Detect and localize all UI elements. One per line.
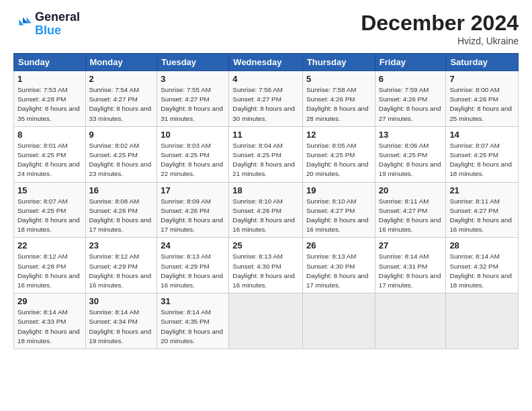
day-cell: 3Sunrise: 7:55 AM Sunset: 4:27 PM Daylig…	[157, 71, 229, 127]
day-number: 5	[306, 74, 371, 84]
day-info: Sunrise: 8:14 AM Sunset: 4:32 PM Dayligh…	[449, 252, 515, 290]
day-number: 15	[17, 185, 82, 195]
week-row-4: 22Sunrise: 8:12 AM Sunset: 4:28 PM Dayli…	[14, 238, 519, 293]
day-number: 27	[379, 240, 443, 250]
day-number: 13	[379, 130, 443, 140]
day-number: 4	[232, 74, 299, 84]
day-cell: 27Sunrise: 8:14 AM Sunset: 4:31 PM Dayli…	[375, 238, 446, 293]
day-info: Sunrise: 8:03 AM Sunset: 4:25 PM Dayligh…	[161, 141, 225, 179]
day-info: Sunrise: 8:14 AM Sunset: 4:35 PM Dayligh…	[161, 308, 225, 346]
weekday-header-friday: Friday	[375, 54, 446, 71]
day-cell: 9Sunrise: 8:02 AM Sunset: 4:25 PM Daylig…	[85, 126, 157, 182]
day-cell: 22Sunrise: 8:12 AM Sunset: 4:28 PM Dayli…	[14, 238, 86, 293]
logo-icon	[13, 15, 32, 34]
day-cell: 10Sunrise: 8:03 AM Sunset: 4:25 PM Dayli…	[157, 126, 229, 182]
day-cell: 18Sunrise: 8:10 AM Sunset: 4:26 PM Dayli…	[229, 182, 303, 238]
weekday-header-tuesday: Tuesday	[157, 54, 229, 71]
day-cell: 8Sunrise: 8:01 AM Sunset: 4:25 PM Daylig…	[14, 126, 86, 182]
day-cell: 7Sunrise: 8:00 AM Sunset: 4:26 PM Daylig…	[446, 71, 519, 127]
day-cell: 31Sunrise: 8:14 AM Sunset: 4:35 PM Dayli…	[157, 293, 229, 349]
day-number: 24	[161, 240, 225, 250]
weekday-header-row: SundayMondayTuesdayWednesdayThursdayFrid…	[14, 54, 519, 71]
day-number: 19	[306, 185, 371, 195]
day-info: Sunrise: 7:55 AM Sunset: 4:27 PM Dayligh…	[161, 85, 225, 124]
day-cell: 2Sunrise: 7:54 AM Sunset: 4:27 PM Daylig…	[85, 71, 157, 127]
day-number: 3	[161, 74, 225, 84]
day-number: 21	[449, 185, 515, 195]
day-cell: 29Sunrise: 8:14 AM Sunset: 4:33 PM Dayli…	[14, 293, 86, 349]
day-cell: 16Sunrise: 8:08 AM Sunset: 4:26 PM Dayli…	[85, 182, 157, 238]
day-info: Sunrise: 8:04 AM Sunset: 4:25 PM Dayligh…	[232, 141, 299, 179]
day-number: 31	[161, 296, 225, 306]
day-cell: 5Sunrise: 7:58 AM Sunset: 4:26 PM Daylig…	[302, 71, 375, 127]
day-number: 6	[379, 74, 443, 84]
day-cell	[375, 293, 446, 349]
day-cell: 28Sunrise: 8:14 AM Sunset: 4:32 PM Dayli…	[446, 238, 519, 293]
day-info: Sunrise: 7:58 AM Sunset: 4:26 PM Dayligh…	[306, 85, 371, 124]
day-info: Sunrise: 7:53 AM Sunset: 4:28 PM Dayligh…	[17, 85, 82, 124]
day-number: 26	[306, 240, 371, 250]
day-cell: 20Sunrise: 8:11 AM Sunset: 4:27 PM Dayli…	[375, 182, 446, 238]
day-number: 14	[449, 130, 515, 140]
day-cell	[229, 293, 303, 349]
day-cell: 12Sunrise: 8:05 AM Sunset: 4:25 PM Dayli…	[302, 126, 375, 182]
day-info: Sunrise: 8:07 AM Sunset: 4:25 PM Dayligh…	[449, 141, 515, 179]
weekday-header-monday: Monday	[85, 54, 157, 71]
logo-line1: General	[35, 11, 80, 24]
day-number: 25	[232, 240, 299, 250]
day-info: Sunrise: 8:00 AM Sunset: 4:26 PM Dayligh…	[449, 85, 515, 124]
day-cell: 4Sunrise: 7:56 AM Sunset: 4:27 PM Daylig…	[229, 71, 303, 127]
week-row-5: 29Sunrise: 8:14 AM Sunset: 4:33 PM Dayli…	[14, 293, 519, 349]
day-number: 17	[161, 185, 225, 195]
week-row-2: 8Sunrise: 8:01 AM Sunset: 4:25 PM Daylig…	[14, 126, 519, 182]
weekday-header-saturday: Saturday	[446, 54, 519, 71]
day-info: Sunrise: 8:09 AM Sunset: 4:26 PM Dayligh…	[161, 197, 225, 235]
month-title: December 2024	[361, 11, 519, 36]
weekday-header-wednesday: Wednesday	[229, 54, 303, 71]
day-cell: 11Sunrise: 8:04 AM Sunset: 4:25 PM Dayli…	[229, 126, 303, 182]
day-number: 20	[379, 185, 443, 195]
day-info: Sunrise: 8:14 AM Sunset: 4:31 PM Dayligh…	[379, 252, 443, 290]
day-cell: 14Sunrise: 8:07 AM Sunset: 4:25 PM Dayli…	[446, 126, 519, 182]
day-number: 28	[449, 240, 515, 250]
day-number: 23	[89, 240, 154, 250]
day-info: Sunrise: 8:12 AM Sunset: 4:28 PM Dayligh…	[17, 252, 82, 290]
day-cell: 15Sunrise: 8:07 AM Sunset: 4:25 PM Dayli…	[14, 182, 86, 238]
day-number: 8	[17, 130, 82, 140]
day-info: Sunrise: 8:14 AM Sunset: 4:34 PM Dayligh…	[89, 308, 154, 346]
day-cell: 21Sunrise: 8:11 AM Sunset: 4:27 PM Dayli…	[446, 182, 519, 238]
day-info: Sunrise: 7:56 AM Sunset: 4:27 PM Dayligh…	[232, 85, 299, 124]
day-info: Sunrise: 8:12 AM Sunset: 4:29 PM Dayligh…	[89, 252, 154, 290]
day-number: 12	[306, 130, 371, 140]
day-number: 9	[89, 130, 154, 140]
day-info: Sunrise: 8:10 AM Sunset: 4:27 PM Dayligh…	[306, 197, 371, 235]
day-info: Sunrise: 8:07 AM Sunset: 4:25 PM Dayligh…	[17, 197, 82, 235]
day-number: 29	[17, 296, 82, 306]
header: General Blue December 2024 Hvizd, Ukrain…	[13, 11, 519, 46]
logo-text: General Blue	[35, 11, 80, 38]
day-info: Sunrise: 8:02 AM Sunset: 4:25 PM Dayligh…	[89, 141, 154, 179]
page: General Blue December 2024 Hvizd, Ukrain…	[0, 0, 532, 411]
week-row-3: 15Sunrise: 8:07 AM Sunset: 4:25 PM Dayli…	[14, 182, 519, 238]
week-row-1: 1Sunrise: 7:53 AM Sunset: 4:28 PM Daylig…	[14, 71, 519, 127]
day-number: 16	[89, 185, 154, 195]
day-info: Sunrise: 8:13 AM Sunset: 4:29 PM Dayligh…	[161, 252, 225, 290]
day-cell	[302, 293, 375, 349]
day-info: Sunrise: 8:08 AM Sunset: 4:26 PM Dayligh…	[89, 197, 154, 235]
day-number: 10	[161, 130, 225, 140]
day-info: Sunrise: 8:14 AM Sunset: 4:33 PM Dayligh…	[17, 308, 82, 346]
day-cell: 25Sunrise: 8:13 AM Sunset: 4:30 PM Dayli…	[229, 238, 303, 293]
day-info: Sunrise: 8:13 AM Sunset: 4:30 PM Dayligh…	[232, 252, 299, 290]
day-info: Sunrise: 7:54 AM Sunset: 4:27 PM Dayligh…	[89, 85, 154, 124]
day-number: 2	[89, 74, 154, 84]
weekday-header-thursday: Thursday	[302, 54, 375, 71]
day-number: 30	[89, 296, 154, 306]
day-info: Sunrise: 8:11 AM Sunset: 4:27 PM Dayligh…	[449, 197, 515, 235]
day-number: 7	[449, 74, 515, 84]
day-cell: 13Sunrise: 8:06 AM Sunset: 4:25 PM Dayli…	[375, 126, 446, 182]
day-info: Sunrise: 7:59 AM Sunset: 4:26 PM Dayligh…	[379, 85, 443, 124]
day-cell: 24Sunrise: 8:13 AM Sunset: 4:29 PM Dayli…	[157, 238, 229, 293]
day-info: Sunrise: 8:11 AM Sunset: 4:27 PM Dayligh…	[379, 197, 443, 235]
logo-line2: Blue	[35, 24, 80, 38]
svg-marker-1	[27, 17, 32, 23]
